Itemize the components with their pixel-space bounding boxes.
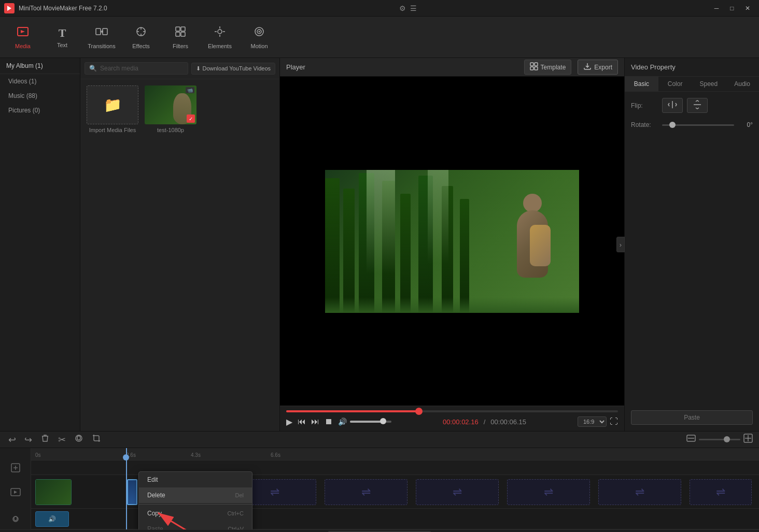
svg-rect-13	[530, 63, 533, 66]
flip-horizontal-button[interactable]	[662, 98, 683, 113]
ctx-delete[interactable]: Delete Del	[139, 487, 252, 503]
ctx-edit[interactable]: Edit	[139, 472, 252, 487]
progress-bar[interactable]	[286, 410, 618, 412]
toolbar-media[interactable]: Media	[4, 19, 41, 56]
volume-button[interactable]: 🔊	[338, 418, 347, 426]
media-icon	[17, 25, 29, 41]
menu-icon[interactable]: ☰	[410, 4, 417, 12]
export-button[interactable]: Export	[578, 60, 618, 75]
sidebar-item-music[interactable]: Music (88)	[0, 89, 80, 103]
tab-basic[interactable]: Basic	[625, 77, 658, 91]
template-button[interactable]: Template	[524, 60, 572, 75]
tab-audio[interactable]: Audio	[725, 77, 759, 91]
empty-clip-slot-4[interactable]: ⇌	[507, 479, 590, 505]
tab-speed[interactable]: Speed	[692, 77, 726, 91]
add-clip-icon: ⇌	[270, 485, 279, 499]
toolbar-effects[interactable]: Effects	[122, 19, 160, 56]
toolbar-transitions[interactable]: Transitions	[83, 19, 120, 56]
toolbar-text[interactable]: T Text	[44, 19, 81, 56]
player-video	[280, 77, 624, 406]
time-current: 00:00:02.16	[443, 418, 479, 426]
zoom-slider[interactable]	[699, 439, 740, 440]
zoom-in-button[interactable]	[743, 434, 753, 445]
video-track-label[interactable]	[0, 475, 31, 509]
close-button[interactable]: ✕	[740, 3, 755, 14]
search-box[interactable]: 🔍 Search media	[85, 62, 188, 75]
toolbar-filters[interactable]: Filters	[162, 19, 199, 56]
rotate-label: Rotate:	[631, 121, 662, 128]
panel-title: Video Property	[625, 58, 759, 77]
next-frame-button[interactable]: ⏭	[311, 417, 319, 426]
timeline-content: 0s 2.6s 4.3s 6.6s	[31, 448, 759, 529]
volume-control: 🔊	[338, 418, 391, 426]
audio-clip-icon: 🔊	[48, 515, 56, 523]
svg-rect-14	[535, 63, 538, 66]
zoom-out-button[interactable]	[686, 434, 696, 445]
empty-clip-slot-2[interactable]: ⇌	[325, 479, 407, 505]
search-icon: 🔍	[89, 65, 97, 72]
volume-slider[interactable]	[350, 421, 391, 423]
progress-fill	[286, 410, 419, 412]
rotate-row: Rotate: 0°	[631, 121, 753, 128]
sidebar-album[interactable]: My Album (1)	[0, 58, 80, 74]
progress-thumb[interactable]	[415, 408, 423, 415]
timeline: ↩ ↪ ✂	[0, 431, 759, 532]
sidebar-item-videos[interactable]: Videos (1)	[0, 74, 80, 89]
minimize-button[interactable]: ─	[709, 3, 724, 14]
toolbar-motion[interactable]: Motion	[241, 19, 278, 56]
rotate-value: 0°	[738, 121, 753, 128]
rotate-control: 0°	[662, 121, 753, 128]
ctx-delete-shortcut: Del	[235, 492, 244, 498]
ctx-copy[interactable]: Copy Ctrl+C	[139, 506, 252, 521]
rotate-thumb	[669, 122, 676, 128]
audio-detach-button[interactable]	[72, 432, 86, 448]
add-clip-icon-4: ⇌	[544, 485, 553, 499]
audio-track-label[interactable]	[0, 509, 31, 529]
playhead-marker[interactable]	[123, 454, 129, 461]
player-title: Player	[286, 63, 305, 71]
settings-icon[interactable]: ⚙	[399, 4, 406, 12]
timeline-body: 0s 2.6s 4.3s 6.6s	[0, 448, 759, 529]
play-button[interactable]: ▶	[286, 417, 292, 427]
panel-collapse-button[interactable]: ›	[616, 237, 625, 252]
empty-clip-slot-3[interactable]: ⇌	[416, 479, 499, 505]
sidebar-item-pictures[interactable]: Pictures (0)	[0, 103, 80, 118]
timeline-labels	[0, 448, 31, 529]
video-media-item[interactable]: 📹 ✓ test-1080p	[145, 85, 196, 133]
flip-row: Flip:	[631, 98, 753, 113]
timeline-scrollbar[interactable]	[0, 529, 759, 532]
rotate-slider[interactable]	[662, 124, 734, 126]
titlebar-left: MiniTool MovieMaker Free 7.2.0	[4, 3, 107, 13]
delete-clip-button[interactable]	[38, 432, 52, 448]
empty-clip-slot-6[interactable]: ⇌	[690, 479, 752, 505]
crop-button[interactable]	[90, 432, 103, 448]
cut-button[interactable]: ✂	[56, 432, 68, 448]
toolbar-elements[interactable]: Elements	[201, 19, 238, 56]
fullscreen-button[interactable]: ⛶	[610, 417, 618, 426]
clip-1[interactable]	[35, 479, 72, 505]
transitions-label: Transitions	[88, 43, 115, 49]
import-media-item[interactable]: 📁 Import Media Files	[87, 85, 138, 133]
prev-frame-button[interactable]: ⏮	[298, 417, 306, 426]
aspect-ratio-select[interactable]: 16:9 9:16 4:3 1:1	[578, 416, 607, 427]
ruler-mark-6-6s: 6.6s	[271, 452, 280, 458]
tab-color[interactable]: Color	[658, 77, 692, 91]
undo-button[interactable]: ↩	[6, 432, 18, 448]
maximize-button[interactable]: □	[725, 3, 739, 14]
stop-button[interactable]: ⏹	[325, 417, 333, 426]
import-label: Import Media Files	[89, 127, 136, 133]
svg-rect-16	[535, 67, 538, 70]
ctx-paste-shortcut: Ctrl+V	[228, 526, 244, 529]
export-icon	[583, 62, 592, 72]
flip-vertical-button[interactable]	[687, 98, 708, 113]
empty-clip-slot-5[interactable]: ⇌	[598, 479, 681, 505]
video-frame	[325, 170, 579, 313]
audio-clip[interactable]: 🔊	[35, 511, 69, 527]
clip-selected[interactable]	[127, 479, 137, 505]
redo-button[interactable]: ↪	[22, 432, 34, 448]
download-youtube-button[interactable]: ⬇ Download YouTube Videos	[191, 63, 276, 75]
window-controls: ─ □ ✕	[709, 3, 755, 14]
ctx-copy-shortcut: Ctrl+C	[228, 510, 244, 516]
ctx-paste: Paste Ctrl+V	[139, 521, 252, 529]
add-track-button[interactable]	[0, 461, 31, 475]
